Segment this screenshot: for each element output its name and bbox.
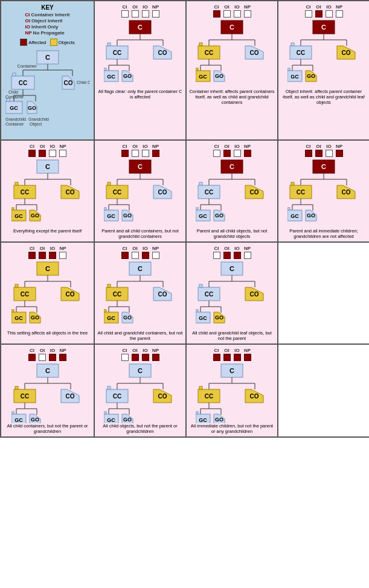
svg-rect-234 [15,386,18,389]
svg-text:GO: GO [307,73,315,79]
svg-rect-74 [291,43,294,46]
svg-text:CO: CO [63,80,72,86]
flags-r2c3: CI OI IO NP [213,144,251,157]
svg-text:Object: Object [30,122,42,127]
svg-rect-114 [107,182,111,185]
svg-rect-83 [287,68,290,71]
svg-text:CO: CO [250,50,259,56]
svg-text:GC: GC [107,315,115,321]
svg-text:CO: CO [158,189,167,196]
svg-text:CO: CO [158,50,167,56]
key-color-legend: Affected Objects [20,39,74,46]
caption-r3c3: All child and grandchild leaf objects, b… [188,330,275,341]
objects-color [50,39,57,46]
cell-r4c2: CI OI IO NP C CC CO GC [95,345,187,438]
cell-r2c4: CI OI IO NP C CC CO GC [278,141,369,243]
tree-svg-r2c2: C CC CO GC GO [104,159,176,228]
svg-rect-214 [199,284,202,287]
caption-r3c2: All child and grandchild containers, but… [97,330,184,341]
flags-r4c3: CI OI IO NP [213,348,251,361]
flags-r1c3: CI OI IO NP [213,4,251,18]
svg-text:Container: Container [5,122,24,126]
cell-r2c2: CI OI IO NP C CC CO GC [95,141,187,243]
svg-text:C: C [45,265,50,272]
svg-rect-263 [104,412,106,414]
svg-text:CO: CO [158,291,167,298]
svg-text:GC: GC [14,213,23,219]
legend-ci: CI Container Inherit [25,12,69,18]
key-legend-area: CI Container Inherit OI Object Inherit I… [25,12,69,36]
main-grid: KEY CI Container Inherit OI Object Inher… [0,0,369,438]
flag-ci: CI [121,4,129,18]
caption-r2c3: Parent and all child objects, but not gr… [188,228,275,239]
key-diagram: C CC CO GC GO [5,50,90,137]
svg-text:GO: GO [215,73,223,79]
svg-text:CC: CC [297,50,305,56]
tree-svg-r3c2: C CC CO GC GO [104,261,176,330]
cell-r2c3: CI OI IO NP C CC CO GC [187,141,278,243]
svg-rect-163 [287,208,290,210]
svg-text:CC: CC [205,393,213,400]
svg-text:CC: CC [205,50,213,56]
svg-rect-274 [199,386,202,389]
svg-text:CC: CC [18,80,27,86]
svg-text:C: C [45,367,50,374]
svg-text:CO: CO [342,189,351,196]
svg-text:GO: GO [123,315,132,321]
flags-r1c4: CI OI IO NP [305,4,343,18]
svg-rect-34 [107,43,111,46]
svg-rect-223 [196,310,198,312]
svg-text:Container: Container [5,95,24,99]
caption-r2c2: Parent and all child containers, but not… [97,228,184,239]
cell-r3c4-empty [278,243,369,345]
svg-text:Container: Container [17,63,37,69]
tree-svg-r4c1: C CC CO GC GO [11,363,84,423]
caption-r4c3: All immediate children, but not the pare… [188,423,275,434]
svg-rect-63 [196,68,198,71]
svg-rect-154 [291,182,294,185]
svg-text:Child: Child [8,90,18,94]
svg-text:C: C [138,163,143,170]
svg-text:GO: GO [123,417,132,423]
cell-r2c1: CI OI IO NP C CC CO GC [1,141,95,243]
svg-text:C: C [45,54,50,61]
key-legend: CI Container Inherit OI Object Inherit I… [25,12,69,36]
svg-text:C: C [229,367,234,374]
key-cell: KEY CI Container Inherit OI Object Inher… [1,1,95,141]
svg-text:GC: GC [107,417,115,423]
svg-text:CC: CC [113,393,121,400]
svg-text:CO: CO [250,291,259,298]
svg-text:C: C [229,265,234,272]
svg-text:GO: GO [27,105,36,111]
svg-rect-103 [11,208,14,210]
svg-text:CO: CO [65,393,74,400]
cell-r1c4: CI OI IO NP C CC CO GC [278,1,369,141]
svg-text:CO: CO [158,393,167,400]
flag-ci: CI [305,4,312,18]
svg-text:CC: CC [20,393,28,400]
flag-oi: OI [315,4,322,18]
flags-r2c1: CI OI IO NP [28,144,66,157]
cell-r1c3: CI OI IO NP C CC CO GC [187,1,278,141]
svg-text:GC: GC [14,417,23,423]
tree-svg-r2c4: C CC CO GC GO [287,159,360,228]
flags-r3c1: CI OI IO NP [28,246,66,259]
svg-text:CC: CC [205,291,213,298]
svg-text:GO: GO [123,213,132,219]
flag-io: IO [234,4,241,18]
objects-legend: Objects [50,39,75,46]
cell-r4c1: CI OI IO NP C CC CO GC [1,345,95,438]
svg-text:C: C [138,24,143,31]
svg-text:CC: CC [205,189,213,196]
tree-svg-r1c2: C CC CO GC GO [104,19,176,89]
legend-io: IO Inherit Only [25,24,69,30]
caption-r4c1: All child containers, but not the parent… [3,423,92,434]
cell-r3c2: CI OI IO NP C CC CO GC [95,243,187,345]
svg-text:C: C [138,265,143,272]
caption-r2c4: Parent and all immediate children; grand… [280,228,367,239]
flags-r3c2: CI OI IO NP [121,246,159,259]
svg-text:CC: CC [20,189,28,196]
tree-svg-r2c3: C CC CO GC GO [196,159,268,228]
svg-text:CO: CO [342,50,351,56]
svg-text:C: C [321,163,326,170]
